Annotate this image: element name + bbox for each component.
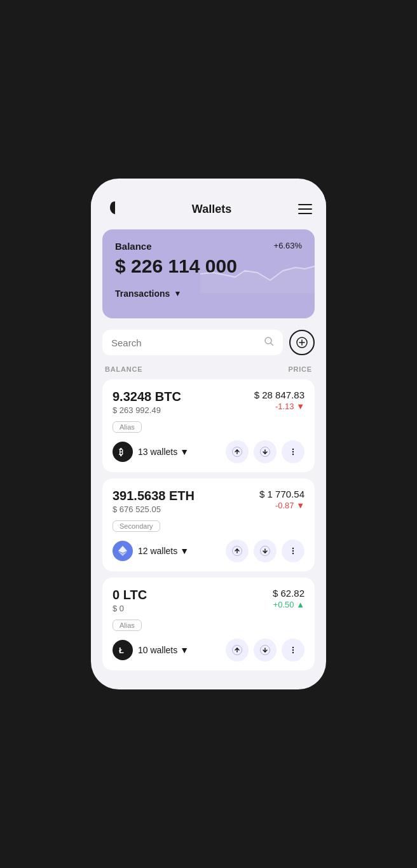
eth-usd: $ 676 525.05	[113, 505, 195, 514]
ltc-price: $ 62.82	[273, 588, 304, 599]
ltc-change: +0.50 ▲	[273, 600, 304, 609]
svg-point-22	[292, 550, 294, 552]
svg-point-29	[292, 647, 294, 648]
svg-point-13	[292, 451, 294, 452]
ltc-usd: $ 0	[113, 604, 147, 613]
columns-header: BALANCE PRICE	[91, 360, 326, 377]
ltc-alias-tag: Alias	[113, 620, 142, 631]
eth-logo	[113, 541, 133, 561]
search-box	[102, 330, 283, 355]
eth-alias-tag: Secondary	[113, 520, 160, 532]
eth-amount: 391.5638 ETH	[113, 489, 195, 503]
btc-usd: $ 263 992.49	[113, 405, 181, 415]
ltc-wallets[interactable]: 10 wallets ▼	[138, 645, 189, 655]
ltc-amount: 0 LTC	[113, 588, 147, 602]
coin-card-btc: 9.3248 BTC $ 263 992.49 $ 28 847.83 -1.1…	[102, 379, 315, 472]
transactions-label: Transactions	[115, 288, 170, 299]
btc-wallets[interactable]: 13 wallets ▼	[138, 447, 189, 457]
eth-more-button[interactable]	[282, 539, 304, 562]
search-row	[91, 330, 326, 355]
svg-point-23	[292, 553, 294, 554]
add-wallet-button[interactable]	[289, 330, 315, 355]
svg-point-31	[292, 652, 294, 653]
svg-marker-15	[118, 546, 127, 553]
btc-more-button[interactable]	[282, 440, 304, 463]
eth-send-button[interactable]	[226, 539, 249, 562]
eth-price: $ 1 770.54	[259, 489, 304, 499]
page-title: Wallets	[192, 203, 231, 216]
ltc-logo: Ł	[113, 640, 133, 660]
ltc-send-button[interactable]	[226, 639, 249, 661]
balance-chart	[200, 248, 315, 293]
btc-amount: 9.3248 BTC	[113, 390, 181, 404]
menu-icon[interactable]	[298, 204, 312, 214]
btc-logo: ₿	[113, 442, 133, 462]
ltc-more-button[interactable]	[282, 639, 304, 661]
svg-marker-1	[200, 266, 315, 293]
eth-change: -0.87 ▼	[259, 501, 304, 510]
eth-receive-button[interactable]	[254, 539, 277, 562]
svg-point-12	[292, 449, 294, 450]
coin-card-eth: 391.5638 ETH $ 676 525.05 $ 1 770.54 -0.…	[102, 478, 315, 571]
search-icon	[264, 336, 274, 349]
balance-label: Balance	[115, 241, 152, 252]
btc-change: -1.13 ▼	[254, 402, 304, 411]
balance-col-header: BALANCE	[105, 365, 142, 373]
ltc-receive-button[interactable]	[254, 639, 277, 661]
search-input[interactable]	[111, 337, 259, 348]
svg-text:₿: ₿	[119, 447, 123, 457]
price-col-header: PRICE	[288, 365, 312, 373]
svg-point-30	[292, 649, 294, 651]
svg-point-14	[292, 454, 294, 455]
btc-alias-tag: Alias	[113, 421, 142, 433]
phone-frame: Wallets Balance +6.63% $ 226 114 000 Tra…	[91, 179, 326, 689]
eth-wallets[interactable]: 12 wallets ▼	[138, 546, 189, 556]
coin-card-ltc: 0 LTC $ 0 $ 62.82 +0.50 ▲ Alias Ł	[102, 578, 315, 670]
btc-send-button[interactable]	[226, 440, 249, 463]
svg-text:Ł: Ł	[119, 646, 124, 655]
btc-receive-button[interactable]	[254, 440, 277, 463]
svg-line-3	[271, 343, 273, 346]
svg-point-21	[292, 548, 294, 549]
logo-icon	[105, 198, 125, 220]
btc-price: $ 28 847.83	[254, 390, 304, 400]
header: Wallets	[91, 191, 326, 229]
transactions-chevron-icon: ▼	[174, 289, 181, 298]
coins-list: 9.3248 BTC $ 263 992.49 $ 28 847.83 -1.1…	[91, 377, 326, 670]
balance-card: Balance +6.63% $ 226 114 000 Transaction…	[102, 229, 315, 318]
